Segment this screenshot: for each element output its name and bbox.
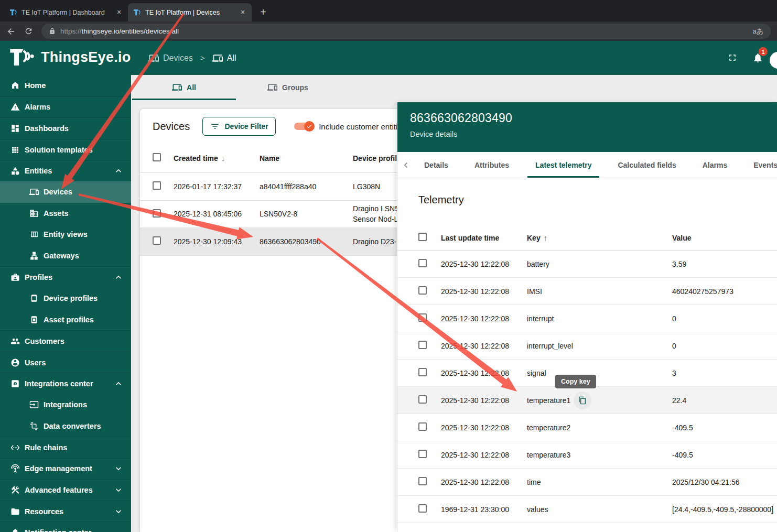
- sidebar-item-integrations-center[interactable]: Integrations center: [0, 373, 131, 394]
- tabs-scroll-left-icon[interactable]: [401, 160, 411, 170]
- sidebar-item-solution-templates[interactable]: Solution templates: [0, 139, 131, 160]
- breadcrumb-all[interactable]: All: [212, 53, 236, 63]
- telemetry-row[interactable]: 2025-12-30 12:22:08IMSI460240275257973: [397, 278, 777, 305]
- row-checkbox[interactable]: [418, 259, 427, 267]
- drawer-tab-events[interactable]: Events: [740, 152, 777, 178]
- browser-tab-dashboard[interactable]: TE IoT Platform | Dashboard ✕: [4, 3, 128, 21]
- sort-desc-icon: ↓: [221, 154, 225, 162]
- row-checkbox[interactable]: [418, 395, 427, 404]
- telemetry-heading: Telemetry: [397, 178, 777, 225]
- column-key[interactable]: Key↑: [527, 233, 672, 242]
- sidebar-item-label: Device profiles: [44, 294, 98, 302]
- drawer-tab-details[interactable]: Details: [411, 152, 461, 178]
- row-checkbox[interactable]: [418, 341, 427, 349]
- tab-title: TE IoT Platform | Devices: [145, 9, 234, 16]
- translate-icon[interactable]: aあ: [752, 27, 763, 36]
- drawer-tab-latest-telemetry[interactable]: Latest telemetry: [522, 152, 605, 178]
- close-icon[interactable]: ✕: [238, 8, 247, 17]
- telemetry-row[interactable]: 2025-12-30 12:22:08temperature122.4: [397, 387, 777, 414]
- column-value[interactable]: Value: [672, 234, 777, 242]
- row-checkbox[interactable]: [418, 286, 427, 295]
- devices-icon: [148, 53, 159, 63]
- select-all-checkbox[interactable]: [418, 233, 427, 241]
- toggle-label: Include customer entities: [319, 122, 406, 131]
- asset-profiles-icon: [29, 315, 39, 324]
- entity-views-icon: [29, 230, 39, 239]
- favicon-icon: [9, 8, 17, 16]
- row-checkbox[interactable]: [418, 313, 427, 322]
- sidebar-item-asset-profiles[interactable]: Asset profiles: [0, 309, 131, 331]
- sidebar-item-customers[interactable]: Customers: [0, 330, 131, 352]
- telemetry-row[interactable]: 2025-12-30 12:22:08interrupt0: [397, 305, 777, 332]
- sidebar-item-label: Alarms: [25, 103, 50, 111]
- browser-tab-devices[interactable]: TE IoT Platform | Devices ✕: [128, 3, 252, 21]
- back-icon[interactable]: [6, 27, 16, 36]
- telemetry-value: 22.4: [672, 396, 777, 405]
- sidebar-item-users[interactable]: Users: [0, 352, 131, 373]
- dashboards-icon: [10, 124, 20, 133]
- sidebar-item-integrations[interactable]: Integrations: [0, 394, 131, 416]
- device-filter-button[interactable]: Device Filter: [202, 117, 276, 136]
- row-checkbox[interactable]: [153, 209, 161, 218]
- chevron-up-icon[interactable]: [113, 166, 124, 176]
- drawer-tab-attributes[interactable]: Attributes: [461, 152, 522, 178]
- column-name[interactable]: Name: [260, 154, 353, 162]
- sidebar-item-gateways[interactable]: Gateways: [0, 245, 131, 267]
- row-checkbox[interactable]: [153, 236, 161, 245]
- chevron-down-icon[interactable]: [113, 463, 124, 474]
- sidebar-item-data-converters[interactable]: Data converters: [0, 416, 131, 437]
- telemetry-row[interactable]: 1969-12-31 23:30:00values[24.4,-409.5,-4…: [397, 496, 777, 523]
- drawer-tab-alarms[interactable]: Alarms: [689, 152, 740, 178]
- sidebar-item-profiles[interactable]: Profiles: [0, 266, 131, 288]
- fullscreen-icon[interactable]: [727, 52, 738, 63]
- telemetry-row[interactable]: 2025-12-30 12:22:08temperature3-409.5: [397, 441, 777, 469]
- row-checkbox[interactable]: [418, 450, 427, 458]
- telemetry-value: 3: [672, 369, 777, 377]
- breadcrumb-devices[interactable]: Devices: [148, 53, 193, 63]
- sidebar-item-notification-center[interactable]: Notification center: [0, 522, 131, 532]
- chevron-down-icon[interactable]: [113, 485, 124, 495]
- telemetry-row[interactable]: 2025-12-30 12:22:08temperature2-409.5: [397, 414, 777, 441]
- row-checkbox[interactable]: [418, 477, 427, 485]
- chevron-up-icon[interactable]: [113, 272, 124, 283]
- copy-icon: [578, 396, 587, 405]
- browser-chrome: TE IoT Platform | Dashboard ✕ TE IoT Pla…: [0, 0, 777, 41]
- row-checkbox[interactable]: [153, 181, 161, 190]
- row-checkbox[interactable]: [418, 504, 427, 513]
- customers-icon: [10, 336, 20, 346]
- sidebar-item-rule-chains[interactable]: Rule chains: [0, 437, 131, 458]
- chevron-down-icon[interactable]: [113, 506, 124, 517]
- column-created-time[interactable]: Created time↓: [174, 154, 260, 162]
- sidebar-item-label: Profiles: [25, 273, 52, 281]
- new-tab-button[interactable]: +: [256, 5, 271, 19]
- sidebar-item-home[interactable]: Home: [0, 75, 131, 96]
- sidebar-item-devices[interactable]: Devices: [0, 181, 131, 203]
- copy-key-button[interactable]: [574, 392, 591, 409]
- tab-all[interactable]: All: [132, 75, 236, 100]
- select-all-checkbox[interactable]: [153, 153, 161, 161]
- tab-groups[interactable]: Groups: [236, 75, 340, 100]
- url-bar[interactable]: https://thingseye.io/entities/devices/al…: [41, 24, 771, 39]
- sidebar-item-resources[interactable]: Resources: [0, 501, 131, 522]
- chevron-up-icon[interactable]: [113, 378, 124, 389]
- refresh-icon[interactable]: [24, 27, 33, 36]
- telemetry-row[interactable]: 2025-12-30 12:22:08interrupt_level0: [397, 332, 777, 360]
- sidebar-item-assets[interactable]: Assets: [0, 203, 131, 224]
- logo[interactable]: ThingsEye.io: [8, 46, 131, 68]
- sidebar-item-alarms[interactable]: Alarms: [0, 96, 131, 118]
- sidebar-item-entity-views[interactable]: Entity views: [0, 224, 131, 245]
- close-icon[interactable]: ✕: [114, 8, 124, 17]
- telemetry-row[interactable]: 2025-12-30 12:22:08battery3.59: [397, 251, 777, 278]
- row-checkbox[interactable]: [418, 422, 427, 431]
- row-checkbox[interactable]: [418, 368, 427, 376]
- sidebar-item-dashboards[interactable]: Dashboards: [0, 117, 131, 139]
- telemetry-row[interactable]: 2025-12-30 12:22:08time2025/12/30 04:21:…: [397, 469, 777, 496]
- sidebar-item-device-profiles[interactable]: Device profiles: [0, 288, 131, 309]
- toggle-switch[interactable]: [294, 123, 313, 130]
- thingseye-logo-icon: [8, 46, 36, 68]
- sidebar-item-edge-management[interactable]: Edge management: [0, 458, 131, 480]
- drawer-tab-calculated-fields[interactable]: Calculated fields: [605, 152, 689, 178]
- column-last-update-time[interactable]: Last update time: [441, 234, 527, 242]
- sidebar-item-entities[interactable]: Entities: [0, 160, 131, 181]
- sidebar-item-advanced-features[interactable]: Advanced features: [0, 479, 131, 501]
